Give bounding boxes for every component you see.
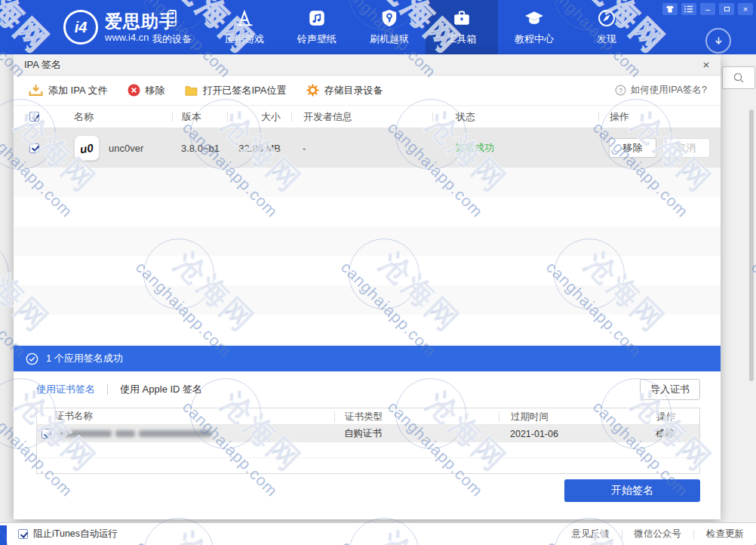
window-controls: – × [662, 3, 753, 15]
gear-icon [306, 84, 319, 97]
check-update-link[interactable]: 检查更新 [705, 528, 745, 540]
wechat-link[interactable]: 微信公众号 [633, 528, 684, 540]
row-checkbox[interactable] [29, 143, 39, 153]
nav-item-discover[interactable]: 发现 [570, 0, 643, 54]
cert-empty-row [37, 458, 699, 473]
ipa-sign-dialog: IPA 签名 × 添加 IPA 文件 移除 打开已签名IPA位置 存储目录设备 … [14, 54, 721, 519]
cert-table: 证书名称 证书类型 过期时间 操作 自购证书 2021-01-06 移除 [36, 408, 700, 474]
folder-icon [185, 85, 198, 96]
check-circle-icon [26, 353, 38, 365]
nav-item-my-device[interactable]: 我的设备 [136, 0, 208, 54]
logo-icon: i4 [63, 10, 98, 45]
add-ipa-button[interactable]: 添加 IPA 文件 [29, 84, 108, 97]
block-itunes-checkbox[interactable] [18, 529, 28, 539]
col-developer: 开发者信息 [291, 112, 432, 122]
row-cancel-button[interactable]: 取消 [662, 138, 710, 158]
scrollbar[interactable] [749, 109, 754, 381]
search-icon [733, 72, 745, 84]
compass-icon [597, 8, 616, 30]
empty-rows-area [14, 168, 721, 346]
col-cert-type: 证书类型 [334, 411, 499, 422]
app-version: 3.8.0~b1 [172, 143, 227, 154]
graduation-cap-icon [524, 8, 544, 30]
nav-item-toolbox[interactable]: 工具箱 [426, 0, 498, 54]
cert-table-header: 证书名称 证书类型 过期时间 操作 [37, 408, 699, 425]
skin-button[interactable] [662, 3, 678, 15]
row-remove-button[interactable]: 移除 [609, 138, 656, 158]
status-badge: 签名成功 [455, 142, 494, 153]
help-link[interactable]: ? 如何使用IPA签名? [615, 84, 707, 97]
nav-item-ringtones-wallpapers[interactable]: 铃声壁纸 [281, 0, 353, 54]
phone-icon [163, 8, 181, 30]
unc0ver-app-icon: u0 [74, 135, 100, 161]
nav-item-apps-games[interactable]: 应用游戏 [208, 0, 281, 54]
tab-separator [107, 384, 108, 395]
app-size: 32.96 MB [227, 143, 291, 154]
minimize-button[interactable]: – [700, 3, 715, 15]
download-manager-button[interactable] [705, 28, 731, 54]
minimize-icon: – [705, 5, 710, 14]
app-table-row[interactable]: u0 unc0ver 3.8.0~b1 32.96 MB - 签名成功 移除 取… [14, 128, 721, 168]
app-window: i4 爱思助手 www.i4.cn 我的设备 应用游戏 铃声壁纸 刷机越狱 [0, 0, 756, 545]
dialog-titlebar: IPA 签名 × [14, 54, 721, 75]
download-arrow-icon [712, 35, 725, 48]
import-cert-button[interactable]: 导入证书 [640, 379, 700, 400]
banner-text: 1 个应用签名成功 [46, 352, 123, 365]
maximize-button[interactable] [719, 3, 734, 15]
sign-success-banner: 1 个应用签名成功 [14, 346, 721, 371]
cert-remove-link[interactable]: 移除 [656, 428, 675, 439]
svg-text:?: ? [619, 87, 622, 94]
remove-circle-icon [128, 84, 140, 97]
dialog-close-button[interactable]: × [696, 54, 716, 75]
window-corner [0, 525, 7, 545]
col-cert-actions: 操作 [650, 411, 699, 422]
col-cert-name: 证书名称 [37, 410, 334, 423]
music-icon [307, 8, 327, 30]
list-icon [684, 5, 693, 13]
cert-empty-row [37, 442, 699, 458]
col-size: 大小 [227, 112, 291, 122]
cert-type: 自购证书 [334, 427, 499, 440]
nav-item-tutorials[interactable]: 教程中心 [498, 0, 570, 54]
col-name: 名称 [60, 112, 172, 122]
col-actions: 操作 [598, 112, 721, 122]
shirt-icon [665, 5, 675, 13]
start-sign-button[interactable]: 开始签名 [564, 479, 700, 502]
cert-table-row[interactable]: 自购证书 2021-01-06 移除 [37, 425, 699, 442]
close-icon: × [743, 5, 748, 14]
background-panel [718, 54, 756, 522]
close-window-button[interactable]: × [738, 3, 753, 15]
dialog-toolbar: 添加 IPA 文件 移除 打开已签名IPA位置 存储目录设备 ? 如何使用IPA… [14, 75, 721, 106]
col-cert-expiry: 过期时间 [499, 411, 650, 422]
question-circle-icon: ? [615, 85, 626, 96]
open-signed-location-button[interactable]: 打开已签名IPA位置 [185, 84, 287, 97]
block-itunes-label: 阻止iTunes自动运行 [33, 528, 118, 540]
tab-appleid-sign[interactable]: 使用 Apple ID 签名 [120, 383, 202, 396]
storage-device-button[interactable]: 存储目录设备 [306, 84, 383, 97]
add-ipa-icon [29, 84, 43, 97]
col-status: 状态 [432, 112, 598, 122]
col-version: 版本 [172, 112, 227, 122]
feedback-link[interactable]: 意见反馈 [570, 528, 611, 540]
tab-cert-sign[interactable]: 使用证书签名 [36, 383, 95, 396]
menu-button[interactable] [681, 3, 696, 15]
certificate-name-redacted [57, 430, 211, 437]
apps-table-header: 名称 版本 大小 开发者信息 状态 操作 [14, 106, 721, 128]
cert-checkbox[interactable] [41, 429, 51, 439]
nav-item-flash-jailbreak[interactable]: 刷机越狱 [353, 0, 426, 54]
appstore-icon [235, 8, 254, 30]
select-all-checkbox[interactable] [29, 112, 39, 122]
main-nav: 我的设备 应用游戏 铃声壁纸 刷机越狱 工具箱 教程中心 [136, 0, 643, 54]
sign-tabs: 使用证书签名 使用 Apple ID 签名 导入证书 [14, 371, 721, 408]
toolbox-icon [452, 8, 472, 30]
app-developer: - [291, 143, 432, 154]
cert-expiry: 2021-01-06 [499, 429, 650, 439]
topbar: i4 爱思助手 www.i4.cn 我的设备 应用游戏 铃声壁纸 刷机越狱 [0, 0, 756, 54]
search-input[interactable] [722, 66, 755, 89]
statusbar: 阻止iTunes自动运行 意见反馈 微信公众号 检查更新 [0, 522, 756, 545]
remove-ipa-button[interactable]: 移除 [128, 84, 165, 97]
app-name: unc0ver [109, 143, 143, 154]
dialog-title: IPA 签名 [24, 58, 61, 72]
maximize-icon [724, 7, 730, 11]
shield-key-icon [380, 8, 399, 30]
